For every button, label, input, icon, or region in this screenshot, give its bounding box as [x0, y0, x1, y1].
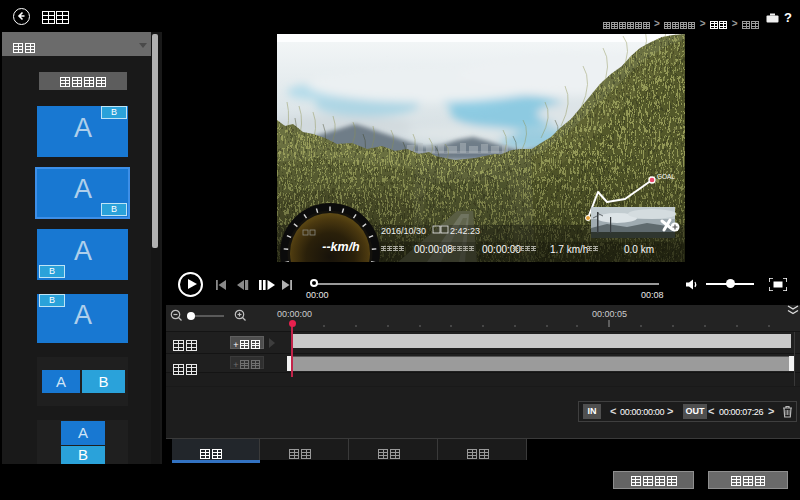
svg-text:--km/h: --km/h: [322, 240, 360, 254]
svg-text:2016/10/30: 2016/10/30: [381, 226, 426, 236]
svg-text:GOAL: GOAL: [657, 173, 675, 180]
svg-text:1.7 km/h: 1.7 km/h: [550, 244, 588, 255]
svg-text:2:42:23: 2:42:23: [450, 226, 480, 236]
svg-text:00:00:08: 00:00:08: [414, 244, 453, 255]
svg-text:0.0 km: 0.0 km: [624, 244, 654, 255]
